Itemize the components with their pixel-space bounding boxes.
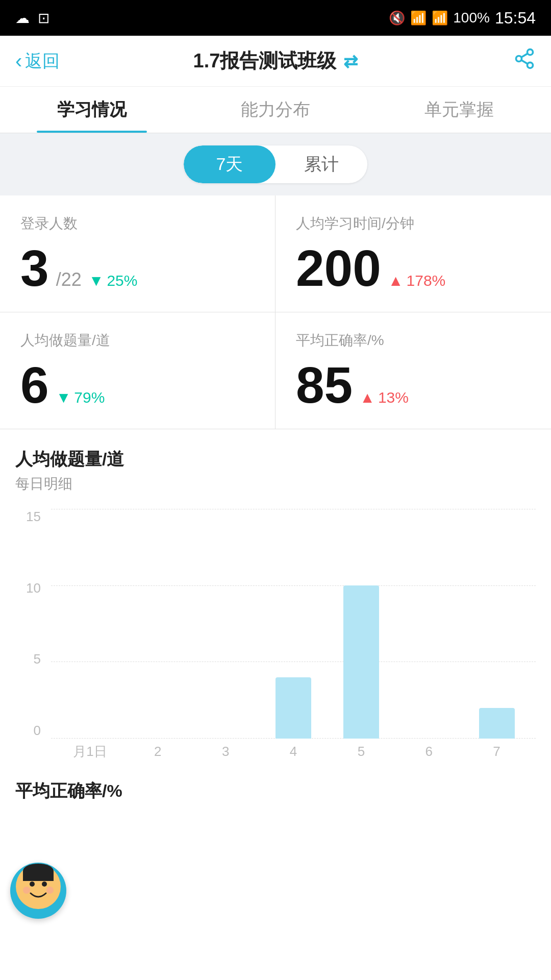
time-display: 15:54	[495, 9, 536, 28]
bar-chart: 15 10 5 0 月1日234567	[15, 509, 536, 764]
y-label-0: 0	[15, 723, 46, 739]
y-label-10: 10	[15, 580, 46, 596]
top-nav: ‹ 返回 1.7报告测试班级 ⇄	[0, 36, 551, 87]
status-left-icons: ☁ ⊡	[15, 10, 49, 27]
stat-accuracy-main: 85	[296, 359, 353, 410]
svg-point-11	[46, 887, 54, 894]
stat-questions-change: 79%	[56, 389, 105, 406]
stat-questions-values: 6 79%	[20, 359, 255, 410]
bar-wrapper-3	[260, 677, 328, 739]
chart-subtitle: 每日明细	[15, 474, 536, 494]
x-label-5: 6	[395, 744, 463, 760]
svg-point-9	[42, 881, 47, 887]
toggle-cumulative[interactable]: 累计	[276, 145, 367, 183]
x-label-1: 2	[124, 744, 192, 760]
up-arrow-icon	[388, 272, 404, 289]
svg-line-3	[521, 60, 528, 64]
back-button[interactable]: ‹ 返回	[15, 50, 60, 73]
status-right-info: 🔇 📶 📶 100% 15:54	[389, 9, 536, 28]
stat-accuracy: 平均正确率/% 85 13%	[276, 312, 551, 429]
x-axis: 月1日234567	[51, 739, 536, 764]
stat-questions-label: 人均做题量/道	[20, 331, 255, 350]
signal-icon: 📶	[432, 10, 448, 26]
stat-studytime-change: 178%	[388, 272, 445, 289]
tab-learn[interactable]: 学习情况	[0, 87, 184, 133]
down-arrow-icon	[89, 272, 104, 289]
stat-accuracy-label: 平均正确率/%	[296, 331, 531, 350]
wifi-icon: 📶	[410, 10, 427, 26]
back-label: 返回	[25, 50, 60, 73]
page-title: 1.7报告测试班级 ⇄	[193, 48, 358, 74]
x-label-6: 7	[463, 744, 531, 760]
stat-study-time: 人均学习时间/分钟 200 178%	[276, 195, 551, 312]
stat-questions-main: 6	[20, 359, 49, 410]
svg-point-2	[528, 62, 533, 68]
stat-questions: 人均做题量/道 6 79%	[0, 312, 276, 429]
bars-group	[51, 509, 536, 739]
y-label-15: 15	[15, 509, 46, 525]
bar-4	[343, 585, 379, 739]
stat-logins-label: 登录人数	[20, 214, 255, 233]
stat-logins-main: 3	[20, 242, 49, 293]
bar-6	[479, 708, 515, 739]
x-label-2: 3	[192, 744, 260, 760]
share-button[interactable]	[513, 47, 536, 75]
x-label-0: 月1日	[56, 743, 124, 761]
svg-rect-7	[23, 871, 54, 881]
chevron-left-icon: ‹	[15, 50, 22, 72]
stats-grid: 登录人数 3 /22 25% 人均学习时间/分钟 200 178% 人均做题量/…	[0, 195, 551, 429]
up-arrow-icon2	[360, 389, 375, 406]
chart-section: 人均做题量/道 每日明细 15 10 5 0 月1日234567	[0, 429, 551, 764]
y-axis: 15 10 5 0	[15, 509, 46, 739]
down-arrow-icon2	[56, 389, 71, 406]
stat-accuracy-change: 13%	[360, 389, 409, 406]
avatar-icon	[15, 864, 61, 918]
svg-point-1	[516, 56, 522, 62]
svg-line-4	[521, 54, 528, 57]
stat-logins-values: 3 /22 25%	[20, 242, 255, 293]
period-toggle: 7天 累计	[184, 145, 367, 183]
tab-unit[interactable]: 单元掌握	[367, 87, 551, 133]
chart2-title: 平均正确率/%	[0, 764, 551, 803]
stat-accuracy-values: 85 13%	[296, 359, 531, 410]
tab-ability[interactable]: 能力分布	[184, 87, 367, 133]
tab-bar: 学习情况 能力分布 单元掌握	[0, 87, 551, 133]
bar-3	[276, 677, 311, 739]
image-icon: ⊡	[38, 10, 49, 27]
bluetooth-mute-icon: 🔇	[389, 10, 405, 26]
svg-point-10	[23, 887, 30, 894]
bar-wrapper-6	[463, 708, 531, 739]
y-label-5: 5	[15, 651, 46, 667]
stat-logins: 登录人数 3 /22 25%	[0, 195, 276, 312]
svg-point-8	[30, 881, 35, 887]
toggle-7days[interactable]: 7天	[184, 145, 276, 183]
toggle-section: 7天 累计	[0, 133, 551, 195]
avatar[interactable]	[10, 863, 66, 919]
stat-logins-sub: /22	[56, 269, 82, 290]
cloud-icon: ☁	[15, 10, 30, 27]
battery-text: 100%	[453, 10, 490, 26]
bar-wrapper-4	[327, 585, 395, 739]
chart-title: 人均做题量/道	[15, 448, 536, 471]
shuffle-icon[interactable]: ⇄	[343, 51, 358, 71]
svg-point-0	[528, 50, 533, 55]
chart-draw-area	[51, 509, 536, 739]
x-label-4: 5	[327, 744, 395, 760]
title-text: 1.7报告测试班级	[193, 48, 337, 74]
stat-studytime-values: 200 178%	[296, 242, 531, 293]
stat-studytime-label: 人均学习时间/分钟	[296, 214, 531, 233]
x-label-3: 4	[260, 744, 328, 760]
stat-logins-change: 25%	[89, 272, 138, 289]
stat-studytime-main: 200	[296, 242, 381, 293]
status-bar: ☁ ⊡ 🔇 📶 📶 100% 15:54	[0, 0, 551, 36]
